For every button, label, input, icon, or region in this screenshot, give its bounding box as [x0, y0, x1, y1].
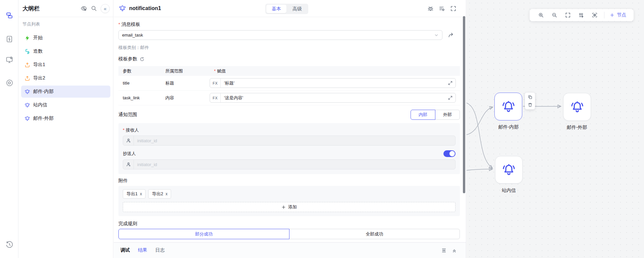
zoom-in-icon[interactable]: [538, 12, 544, 18]
mode-tabs: 基本 高级: [265, 4, 308, 14]
recipients-section: *接收人 抄送人: [118, 123, 460, 174]
template-field-label: *消息模板: [118, 21, 460, 28]
node-item-inbox-message[interactable]: 站内信: [21, 99, 110, 111]
export-icon: [24, 75, 30, 81]
monitor-nav-icon[interactable]: [5, 56, 13, 64]
outline-title: 大纲栏: [22, 5, 40, 12]
flow-node-inbox-message[interactable]: [495, 156, 523, 184]
search-icon[interactable]: [91, 5, 97, 12]
bell-icon: [24, 89, 30, 95]
fx-value: '这是内容': [221, 95, 448, 101]
config-header: notification1 基本 高级: [114, 0, 466, 17]
fx-value-input[interactable]: FX '标题': [210, 78, 456, 88]
node-label: 站内信: [485, 188, 532, 194]
fx-value-input[interactable]: FX '这是内容': [210, 93, 456, 103]
fx-tag: FX: [210, 79, 221, 88]
completion-rule-label: 完成规则: [118, 221, 460, 227]
settings-gear-icon[interactable]: [5, 79, 13, 87]
node-item-mail-external[interactable]: 邮件-外部: [21, 112, 110, 124]
bell-icon: [24, 102, 30, 108]
log-settings-icon[interactable]: [439, 5, 445, 12]
col-value: *赋值: [210, 68, 460, 74]
template-select[interactable]: email_task: [118, 30, 442, 40]
node-item-start[interactable]: 开始: [21, 32, 110, 44]
notify-scope-label: 通知范围: [118, 112, 137, 118]
refresh-icon[interactable]: [140, 57, 145, 62]
tab-basic[interactable]: 基本: [266, 5, 286, 13]
node-item-datagen[interactable]: 造数: [21, 45, 110, 57]
expand-editor-icon[interactable]: [448, 81, 453, 86]
auto-layout-icon[interactable]: [578, 12, 584, 18]
receiver-label: *接收人: [123, 127, 455, 133]
history-icon[interactable]: [5, 241, 13, 249]
notify-scope-switch: 内部 外部: [411, 110, 460, 120]
focus-node-icon[interactable]: [592, 12, 598, 18]
fit-view-icon[interactable]: [565, 12, 571, 18]
fx-value: '标题': [221, 80, 448, 86]
fullscreen-icon[interactable]: [450, 5, 457, 12]
config-body: *消息模板 email_task 模板类别：邮件: [114, 17, 466, 242]
runs-nav-icon[interactable]: [5, 35, 13, 43]
bell-icon: [502, 163, 516, 177]
tab-result[interactable]: 结果: [138, 247, 147, 253]
node-item-export1[interactable]: 导出1: [21, 59, 110, 71]
expand-editor-icon[interactable]: [448, 95, 453, 100]
template-type-label: 模板类别：邮件: [118, 45, 460, 51]
tab-log[interactable]: 日志: [155, 247, 165, 253]
node-title: notification1: [129, 5, 161, 11]
panel-height-icon[interactable]: [441, 248, 447, 253]
bell-icon: [570, 100, 584, 114]
all-success-button[interactable]: 全部成功: [289, 229, 460, 239]
completion-rule-switch: 部分成功 全部成功: [118, 229, 460, 239]
attachment-label: 附件: [118, 178, 460, 184]
bell-icon: [119, 5, 126, 12]
toolbar-divider: [604, 12, 604, 18]
person-icon: [123, 136, 134, 145]
flow-node-mail-external[interactable]: [563, 93, 591, 121]
tab-advanced[interactable]: 高级: [287, 5, 307, 13]
scope-internal-button[interactable]: 内部: [411, 110, 435, 120]
view-settings-icon[interactable]: [80, 5, 87, 12]
debug-bar: 调试 结果 日志: [114, 242, 466, 258]
collapse-panel-button[interactable]: «: [101, 4, 110, 13]
debug-bug-icon[interactable]: [427, 5, 434, 12]
col-param: 参数: [118, 68, 161, 74]
remove-chip-icon[interactable]: x: [165, 192, 167, 196]
receiver-field[interactable]: [134, 138, 455, 143]
outline-panel: 大纲栏 « 节点列表: [18, 0, 113, 258]
flow-canvas[interactable]: 邮件-内部 邮件-外部 站内信: [467, 0, 644, 258]
remove-chip-icon[interactable]: x: [140, 192, 142, 196]
node-item-export2[interactable]: 导出2: [21, 72, 110, 84]
param-name: title: [118, 81, 161, 86]
open-template-icon[interactable]: [448, 32, 454, 39]
receiver-input[interactable]: [123, 136, 455, 146]
cc-field[interactable]: [134, 162, 455, 167]
cc-label: 抄送人: [123, 151, 136, 157]
partial-success-button[interactable]: 部分成功: [118, 229, 289, 239]
attachment-section: 导出1 x 导出2 x 添加: [118, 186, 460, 216]
add-attachment-button[interactable]: 添加: [123, 202, 455, 212]
zoom-out-icon[interactable]: [551, 12, 557, 18]
debug-title[interactable]: 调试: [120, 247, 130, 253]
cc-toggle[interactable]: [443, 150, 455, 157]
export-icon: [24, 62, 30, 68]
panel-scrollbar[interactable]: [463, 16, 465, 193]
outline-header: 大纲栏 «: [18, 0, 113, 17]
cc-input[interactable]: [123, 159, 455, 169]
copy-node-icon[interactable]: [528, 95, 533, 100]
param-scope: 标题: [161, 80, 210, 86]
params-table-header: 参数 所属范围 *赋值: [118, 66, 460, 76]
add-node-button[interactable]: 节点: [607, 12, 629, 18]
outline-nav-icon[interactable]: [5, 11, 13, 19]
app-root: 大纲栏 « 节点列表: [0, 0, 644, 258]
flow-node-mail-internal[interactable]: [494, 93, 522, 120]
params-table: 参数 所属范围 *赋值 title 标题 FX '标题': [118, 66, 460, 105]
scope-external-button[interactable]: 外部: [435, 110, 460, 120]
plus-icon: [281, 205, 286, 209]
collapse-up-icon[interactable]: [451, 248, 457, 253]
delete-node-icon[interactable]: [528, 102, 533, 107]
node-item-mail-internal[interactable]: 邮件-内部: [21, 86, 110, 98]
lightning-icon: [24, 35, 30, 41]
left-icon-rail: [0, 0, 18, 258]
node-toolbar: [525, 93, 535, 109]
